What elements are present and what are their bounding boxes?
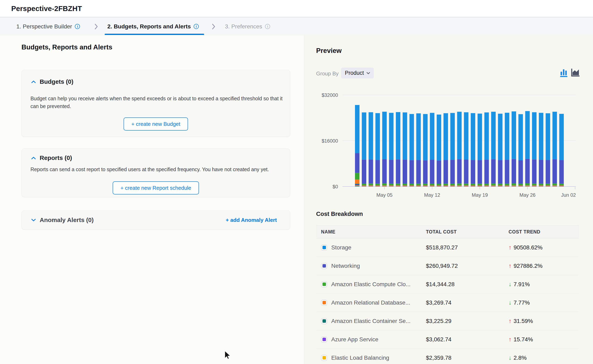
table-row: Storage$518,870.27↑90508.62% [316,238,579,257]
row-cost-trend: ↑31.59% [509,318,579,324]
row-cost-trend: ↓2.8% [509,354,579,361]
series-color-swatch [321,336,327,343]
budgets-card: Budgets (0) Budget can help you receive … [21,70,290,137]
anomaly-header[interactable]: Anomaly Alerts (0) [31,216,94,223]
page-title: Perspective-2FBZHT [11,0,82,17]
group-by-select[interactable]: Product [341,68,374,78]
trend-up-icon: ↑ [509,318,512,324]
trend-down-icon: ↓ [509,299,512,306]
info-icon[interactable]: i [194,24,199,29]
row-total-cost: $2,359.78 [426,355,509,361]
info-icon[interactable]: i [75,24,80,29]
info-icon[interactable]: i [265,24,270,29]
trend-up-icon: ↑ [509,262,512,269]
reports-title: Reports (0) [40,154,72,161]
row-cost-trend: ↑927886.2% [509,262,579,269]
budgets-title: Budgets (0) [40,78,73,85]
area-chart-icon[interactable] [571,68,580,77]
column-header-total-cost: TOTAL COST [426,229,509,235]
budgets-header[interactable]: Budgets (0) [31,78,73,85]
table-row: Amazon Elastic Compute Clo...$14,344.28↓… [316,275,579,293]
row-cost-trend: ↓7.77% [509,299,579,306]
reports-card: Reports (0) Reports can send a cost repo… [21,149,290,197]
series-color-swatch [321,245,327,251]
row-cost-trend: ↑15.74% [509,336,579,343]
reports-description: Reports can send a cost report to specif… [30,165,269,173]
row-name: Storage [331,244,351,251]
active-tab-underline [105,34,204,35]
table-row: Networking$260,949.72↑927886.2% [316,257,579,275]
row-total-cost: $3,225.29 [426,318,509,324]
trend-up-icon: ↑ [509,244,512,251]
svg-text:May 05: May 05 [376,192,393,198]
create-budget-button[interactable]: + create new Budget [124,117,188,130]
row-name: Networking [331,263,360,269]
budgets-description: Budget can help you receive alerts when … [30,95,290,110]
column-header-cost-trend: COST TREND [509,229,579,235]
anomaly-title: Anomaly Alerts (0) [40,216,94,223]
cost-chart[interactable]: $0$16000$32000May 05May 12May 19May 26Ju… [316,88,582,202]
perspective-page: Perspective-2FBZHT 1. Perspective Builde… [0,0,593,364]
chart-type-toggles [560,68,580,77]
row-total-cost: $14,344.28 [426,281,509,288]
svg-text:May 19: May 19 [472,192,488,198]
cost-breakdown-table: NAME TOTAL COST COST TREND Storage$518,8… [316,225,579,364]
svg-text:$16000: $16000 [322,138,338,143]
table-row: Amazon Relational Database...$3,269.74↓7… [316,293,579,312]
row-cost-trend: ↓7.91% [509,281,579,288]
row-name: Azure App Service [331,336,378,343]
chevron-up-icon [31,156,36,160]
row-total-cost: $3,269.74 [426,299,509,306]
row-name: Amazon Elastic Container Se... [331,318,411,324]
mouse-cursor [224,351,232,360]
column-header-name: NAME [316,229,426,235]
table-row: Amazon Elastic Container Se...$3,225.29↑… [316,312,579,330]
svg-text:May 12: May 12 [424,192,440,198]
cost-breakdown-body: Storage$518,870.27↑90508.62%Networking$2… [316,238,579,364]
section-heading: Budgets, Reports and Alerts [21,43,112,51]
tab-budgets-reports-alerts[interactable]: 2. Budgets, Reports and Alerts i [107,18,199,35]
row-cost-trend: ↑90508.62% [509,244,579,251]
bar-chart-icon[interactable] [560,68,568,77]
trend-up-icon: ↑ [509,336,512,343]
chevron-down-icon [31,219,36,222]
series-color-swatch [321,281,327,287]
group-by-label: Group By [316,71,339,77]
trend-down-icon: ↓ [509,281,512,288]
svg-text:May 26: May 26 [519,192,536,198]
series-color-swatch [321,300,327,306]
svg-text:Jun 02: Jun 02 [561,192,576,198]
preview-panel: Preview Group By Product [304,35,593,364]
chevron-right-icon [212,18,215,35]
reports-header[interactable]: Reports (0) [31,154,72,161]
series-color-swatch [321,263,327,269]
add-anomaly-alert-link[interactable]: + add Anomaly Alert [226,217,277,223]
table-row: Azure App Service$3,062.74↑15.74% [316,330,579,349]
row-total-cost: $260,949.72 [426,263,509,269]
stepper: 1. Perspective Builder i 2. Budgets, Rep… [0,18,593,35]
row-name: Amazon Relational Database... [331,299,410,306]
row-total-cost: $3,062.74 [426,336,509,343]
anomaly-alerts-card: Anomaly Alerts (0) + add Anomaly Alert [21,210,290,230]
create-report-button[interactable]: + create new Report schedule [113,181,199,195]
chevron-up-icon [31,80,36,83]
tab-perspective-builder[interactable]: 1. Perspective Builder i [16,18,80,35]
chevron-down-icon [366,72,370,74]
table-row: Elastic Load Balancing$2,359.78↓2.8% [316,349,579,364]
series-color-swatch [321,318,327,324]
svg-text:$0: $0 [333,184,338,189]
svg-text:$32000: $32000 [322,92,338,98]
top-header: Perspective-2FBZHT [0,0,593,17]
row-name: Amazon Elastic Compute Clo... [331,281,411,288]
preview-title: Preview [316,47,342,55]
tab-preferences[interactable]: 3. Preferences i [225,18,270,35]
table-header-row: NAME TOTAL COST COST TREND [316,225,579,238]
series-color-swatch [321,355,327,361]
row-total-cost: $518,870.27 [426,244,509,251]
chevron-right-icon [94,18,98,35]
cost-breakdown-title: Cost Breakdown [316,211,363,217]
row-name: Elastic Load Balancing [331,355,389,361]
trend-down-icon: ↓ [509,354,512,361]
